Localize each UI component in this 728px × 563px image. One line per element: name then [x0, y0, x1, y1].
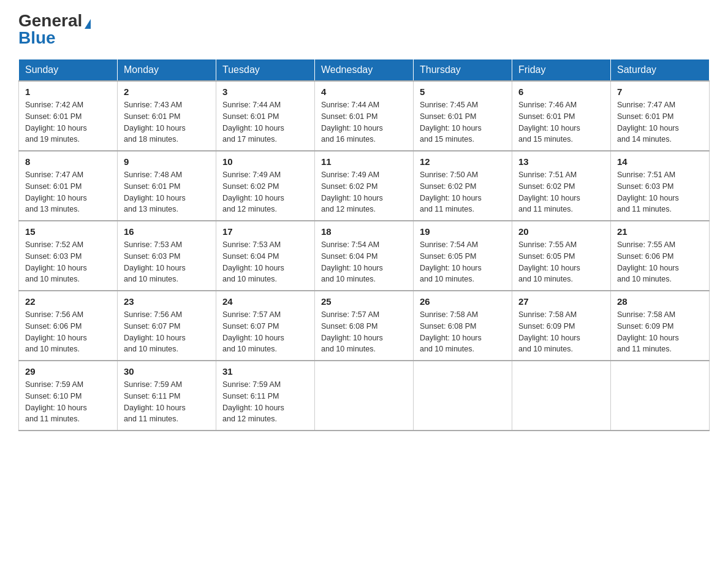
week-row-5: 29Sunrise: 7:59 AMSunset: 6:10 PMDayligh…	[19, 361, 710, 431]
calendar-cell: 19Sunrise: 7:54 AMSunset: 6:05 PMDayligh…	[414, 221, 512, 291]
calendar-cell	[611, 361, 710, 431]
day-info: Sunrise: 7:54 AMSunset: 6:04 PMDaylight:…	[321, 239, 407, 285]
day-info: Sunrise: 7:54 AMSunset: 6:05 PMDaylight:…	[420, 239, 506, 285]
day-number: 12	[420, 156, 506, 167]
day-number: 24	[222, 296, 308, 307]
calendar-cell: 27Sunrise: 7:58 AMSunset: 6:09 PMDayligh…	[512, 291, 611, 361]
calendar-cell: 11Sunrise: 7:49 AMSunset: 6:02 PMDayligh…	[315, 151, 414, 221]
day-info: Sunrise: 7:56 AMSunset: 6:06 PMDaylight:…	[25, 309, 111, 355]
day-number: 25	[321, 296, 407, 307]
day-number: 15	[25, 226, 111, 237]
day-number: 31	[222, 366, 308, 377]
day-info: Sunrise: 7:50 AMSunset: 6:02 PMDaylight:…	[420, 169, 506, 215]
calendar-cell: 4Sunrise: 7:44 AMSunset: 6:01 PMDaylight…	[315, 81, 414, 151]
day-info: Sunrise: 7:51 AMSunset: 6:03 PMDaylight:…	[617, 169, 703, 215]
calendar-cell: 13Sunrise: 7:51 AMSunset: 6:02 PMDayligh…	[512, 151, 611, 221]
logo: General Blue	[18, 12, 91, 47]
logo-general-line: General	[18, 12, 91, 29]
day-info: Sunrise: 7:55 AMSunset: 6:06 PMDaylight:…	[617, 239, 703, 285]
weekday-header-sunday: Sunday	[19, 59, 118, 82]
calendar-cell	[512, 361, 611, 431]
day-number: 19	[420, 226, 506, 237]
calendar-cell: 25Sunrise: 7:57 AMSunset: 6:08 PMDayligh…	[315, 291, 414, 361]
logo-general-text: General	[18, 11, 82, 30]
day-number: 27	[518, 296, 604, 307]
weekday-header-tuesday: Tuesday	[216, 59, 315, 82]
day-number: 1	[25, 86, 111, 97]
weekday-header-row: SundayMondayTuesdayWednesdayThursdayFrid…	[19, 59, 710, 82]
day-info: Sunrise: 7:48 AMSunset: 6:01 PMDaylight:…	[124, 169, 210, 215]
day-number: 21	[617, 226, 703, 237]
day-number: 18	[321, 226, 407, 237]
day-number: 13	[518, 156, 604, 167]
day-info: Sunrise: 7:59 AMSunset: 6:11 PMDaylight:…	[222, 379, 308, 425]
calendar-cell: 21Sunrise: 7:55 AMSunset: 6:06 PMDayligh…	[611, 221, 710, 291]
day-number: 5	[420, 86, 506, 97]
day-info: Sunrise: 7:44 AMSunset: 6:01 PMDaylight:…	[321, 99, 407, 145]
weekday-header-saturday: Saturday	[611, 59, 710, 82]
day-number: 2	[124, 86, 210, 97]
day-number: 16	[124, 226, 210, 237]
day-number: 3	[222, 86, 308, 97]
calendar-cell: 22Sunrise: 7:56 AMSunset: 6:06 PMDayligh…	[19, 291, 118, 361]
day-info: Sunrise: 7:49 AMSunset: 6:02 PMDaylight:…	[321, 169, 407, 215]
day-number: 17	[222, 226, 308, 237]
day-info: Sunrise: 7:42 AMSunset: 6:01 PMDaylight:…	[25, 99, 111, 145]
calendar-cell: 6Sunrise: 7:46 AMSunset: 6:01 PMDaylight…	[512, 81, 611, 151]
weekday-header-wednesday: Wednesday	[315, 59, 414, 82]
calendar-cell: 15Sunrise: 7:52 AMSunset: 6:03 PMDayligh…	[19, 221, 118, 291]
weekday-header-monday: Monday	[118, 59, 216, 82]
day-number: 30	[124, 366, 210, 377]
calendar-cell: 10Sunrise: 7:49 AMSunset: 6:02 PMDayligh…	[216, 151, 315, 221]
day-info: Sunrise: 7:57 AMSunset: 6:07 PMDaylight:…	[222, 309, 308, 355]
day-info: Sunrise: 7:56 AMSunset: 6:07 PMDaylight:…	[124, 309, 210, 355]
calendar-cell: 7Sunrise: 7:47 AMSunset: 6:01 PMDaylight…	[611, 81, 710, 151]
calendar-cell: 3Sunrise: 7:44 AMSunset: 6:01 PMDaylight…	[216, 81, 315, 151]
calendar-cell	[315, 361, 414, 431]
day-info: Sunrise: 7:58 AMSunset: 6:08 PMDaylight:…	[420, 309, 506, 355]
day-number: 4	[321, 86, 407, 97]
day-number: 23	[124, 296, 210, 307]
day-info: Sunrise: 7:58 AMSunset: 6:09 PMDaylight:…	[617, 309, 703, 355]
day-number: 9	[124, 156, 210, 167]
calendar-cell: 8Sunrise: 7:47 AMSunset: 6:01 PMDaylight…	[19, 151, 118, 221]
week-row-3: 15Sunrise: 7:52 AMSunset: 6:03 PMDayligh…	[19, 221, 710, 291]
day-info: Sunrise: 7:57 AMSunset: 6:08 PMDaylight:…	[321, 309, 407, 355]
day-number: 22	[25, 296, 111, 307]
day-info: Sunrise: 7:46 AMSunset: 6:01 PMDaylight:…	[518, 99, 604, 145]
day-info: Sunrise: 7:44 AMSunset: 6:01 PMDaylight:…	[222, 99, 308, 145]
day-info: Sunrise: 7:43 AMSunset: 6:01 PMDaylight:…	[124, 99, 210, 145]
calendar-cell: 29Sunrise: 7:59 AMSunset: 6:10 PMDayligh…	[19, 361, 118, 431]
calendar-cell	[414, 361, 512, 431]
day-info: Sunrise: 7:55 AMSunset: 6:05 PMDaylight:…	[518, 239, 604, 285]
day-info: Sunrise: 7:45 AMSunset: 6:01 PMDaylight:…	[420, 99, 506, 145]
calendar-cell: 16Sunrise: 7:53 AMSunset: 6:03 PMDayligh…	[118, 221, 216, 291]
calendar-cell: 14Sunrise: 7:51 AMSunset: 6:03 PMDayligh…	[611, 151, 710, 221]
calendar-cell: 31Sunrise: 7:59 AMSunset: 6:11 PMDayligh…	[216, 361, 315, 431]
calendar-cell: 18Sunrise: 7:54 AMSunset: 6:04 PMDayligh…	[315, 221, 414, 291]
calendar-cell: 17Sunrise: 7:53 AMSunset: 6:04 PMDayligh…	[216, 221, 315, 291]
calendar-cell: 12Sunrise: 7:50 AMSunset: 6:02 PMDayligh…	[414, 151, 512, 221]
day-number: 20	[518, 226, 604, 237]
calendar-cell: 23Sunrise: 7:56 AMSunset: 6:07 PMDayligh…	[118, 291, 216, 361]
calendar-cell: 30Sunrise: 7:59 AMSunset: 6:11 PMDayligh…	[118, 361, 216, 431]
week-row-4: 22Sunrise: 7:56 AMSunset: 6:06 PMDayligh…	[19, 291, 710, 361]
calendar-table: SundayMondayTuesdayWednesdayThursdayFrid…	[18, 59, 710, 431]
day-info: Sunrise: 7:52 AMSunset: 6:03 PMDaylight:…	[25, 239, 111, 285]
calendar-cell: 26Sunrise: 7:58 AMSunset: 6:08 PMDayligh…	[414, 291, 512, 361]
calendar-cell: 1Sunrise: 7:42 AMSunset: 6:01 PMDaylight…	[19, 81, 118, 151]
day-number: 7	[617, 86, 703, 97]
day-number: 8	[25, 156, 111, 167]
day-info: Sunrise: 7:47 AMSunset: 6:01 PMDaylight:…	[25, 169, 111, 215]
day-info: Sunrise: 7:51 AMSunset: 6:02 PMDaylight:…	[518, 169, 604, 215]
calendar-cell: 9Sunrise: 7:48 AMSunset: 6:01 PMDaylight…	[118, 151, 216, 221]
day-number: 28	[617, 296, 703, 307]
day-info: Sunrise: 7:47 AMSunset: 6:01 PMDaylight:…	[617, 99, 703, 145]
day-number: 14	[617, 156, 703, 167]
logo-blue-text: Blue	[18, 29, 56, 47]
calendar-cell: 24Sunrise: 7:57 AMSunset: 6:07 PMDayligh…	[216, 291, 315, 361]
calendar-cell: 20Sunrise: 7:55 AMSunset: 6:05 PMDayligh…	[512, 221, 611, 291]
day-number: 29	[25, 366, 111, 377]
day-number: 26	[420, 296, 506, 307]
weekday-header-friday: Friday	[512, 59, 611, 82]
